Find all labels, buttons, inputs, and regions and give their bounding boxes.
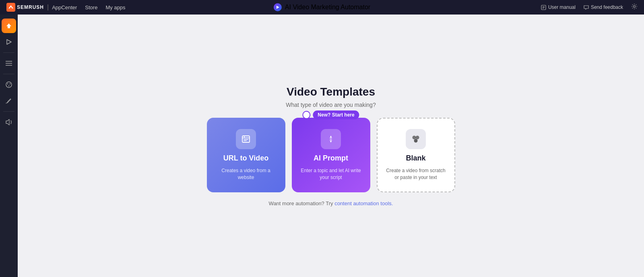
app-title-text: AI Video Marketing Automator: [285, 4, 370, 11]
user-manual-action[interactable]: User manual: [541, 4, 576, 10]
content-area: Video Templates What type of video are y…: [18, 15, 644, 277]
sidebar-item-home[interactable]: [2, 19, 16, 33]
automation-note: Want more automation? Try content automa…: [269, 200, 393, 206]
brand-divider: |: [47, 4, 49, 11]
store-link[interactable]: Store: [85, 4, 97, 10]
ai-card-title: AI Prompt: [314, 154, 348, 162]
automation-note-text: Want more automation? Try: [269, 200, 335, 206]
svg-point-14: [7, 83, 8, 84]
ai-card-desc: Enter a topic and let AI write your scri…: [300, 167, 362, 181]
app-logo-icon: [274, 3, 282, 11]
automation-tools-link[interactable]: content automation tools.: [334, 200, 393, 206]
ai-prompt-card[interactable]: AI Prompt Enter a topic and let AI write…: [292, 118, 370, 192]
sidebar-divider-2: [3, 74, 14, 74]
nav-right-actions: User manual Send feedback: [541, 3, 638, 11]
svg-point-26: [416, 135, 419, 139]
palette-icon: [5, 81, 12, 88]
blank-card[interactable]: Blank Create a video from scratch or pas…: [377, 118, 455, 192]
svg-marker-24: [330, 138, 332, 140]
send-feedback-label: Send feedback: [591, 4, 623, 10]
sidebar-item-announce[interactable]: [2, 115, 16, 129]
svg-rect-20: [244, 139, 248, 140]
blank-card-icon: [410, 133, 421, 145]
blank-card-title: Blank: [406, 154, 425, 162]
url-card-desc: Creates a video from a website: [215, 167, 277, 181]
blank-card-icon-wrap: [406, 129, 426, 149]
brush-icon: [6, 98, 12, 104]
svg-point-13: [6, 82, 12, 87]
blank-card-desc: Create a video from scratch or paste in …: [386, 167, 446, 181]
home-icon: [5, 22, 12, 29]
sidebar-item-play[interactable]: [2, 35, 16, 49]
cards-wrapper: New? Start here URL to Video: [207, 118, 455, 192]
play-icon: [6, 39, 12, 45]
new-badge-text: New? Start here: [313, 110, 359, 119]
sidebar-divider-1: [3, 52, 14, 53]
appcenter-text: AppCenter: [52, 4, 77, 10]
top-nav: SEMRUSH | AppCenter Store My apps AI Vid…: [0, 0, 644, 15]
svg-marker-23: [330, 140, 332, 143]
svg-rect-0: [6, 3, 15, 12]
book-icon: [541, 5, 546, 10]
my-apps-link[interactable]: My apps: [105, 4, 125, 10]
nav-links: Store My apps: [85, 4, 125, 10]
svg-point-6: [634, 6, 636, 8]
announce-icon: [5, 119, 12, 125]
send-feedback-action[interactable]: Send feedback: [584, 4, 623, 10]
settings-button[interactable]: [631, 3, 638, 11]
video-templates-section: Video Templates What type of video are y…: [207, 85, 455, 206]
url-card-title: URL to Video: [223, 154, 268, 162]
semrush-text: SEMRUSH: [17, 4, 44, 10]
svg-marker-22: [330, 135, 332, 138]
sidebar: [0, 15, 18, 277]
semrush-brand[interactable]: SEMRUSH | AppCenter: [6, 3, 77, 12]
main-layout: Video Templates What type of video are y…: [0, 15, 644, 277]
svg-marker-1: [277, 6, 279, 9]
url-to-video-card[interactable]: URL to Video Creates a video from a webs…: [207, 118, 285, 192]
url-card-icon: [241, 134, 251, 144]
app-title-center: AI Video Marketing Automator: [274, 3, 370, 11]
user-manual-label: User manual: [548, 4, 576, 10]
sidebar-divider-3: [3, 111, 14, 112]
feedback-icon: [584, 5, 589, 10]
svg-point-15: [10, 83, 10, 84]
url-card-icon-wrap: [236, 129, 256, 149]
ai-card-icon: [326, 134, 336, 144]
sidebar-item-palette[interactable]: [2, 77, 16, 92]
sidebar-item-brush[interactable]: [2, 94, 16, 108]
svg-point-25: [413, 135, 416, 139]
page-title: Video Templates: [287, 85, 375, 98]
svg-rect-21: [244, 140, 247, 141]
ai-card-icon-wrap: [321, 129, 341, 149]
page-subtitle: What type of video are you making?: [286, 102, 376, 108]
sidebar-item-list[interactable]: [2, 56, 16, 71]
settings-icon: [631, 3, 638, 10]
badge-dot: [302, 111, 310, 119]
new-start-badge: New? Start here: [302, 110, 359, 119]
list-icon: [6, 60, 12, 66]
svg-point-27: [414, 139, 418, 142]
svg-point-16: [8, 85, 9, 86]
svg-marker-9: [7, 40, 11, 44]
